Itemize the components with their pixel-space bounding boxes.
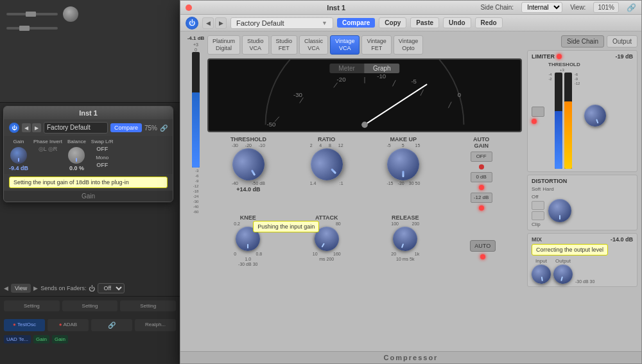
auto-gain-label: AUTOGAIN [473,136,489,149]
redo-button[interactable]: Redo [475,17,503,28]
meter-tab-meter[interactable]: Meter [329,64,364,73]
gain-knob-mini[interactable] [10,147,27,164]
mix-scale: -30 dB 30 [575,279,594,284]
svg-line-12 [448,101,451,108]
plugin-window: Inst 1 Side Chain: Internal View: 101% 🔗… [180,0,642,364]
prev-preset-arrow[interactable]: ◀ [202,17,214,29]
daw-bottom-strip: ◀ View ▶ Sends on Faders: ⏻ Off Setting … [0,281,180,364]
nav-arrows: ◀ ▶ [202,17,227,29]
meter-tab-graph[interactable]: Graph [364,64,400,73]
auto-gain-indicator-3 [479,205,484,211]
plugin-uad[interactable]: UAD Te... [4,335,31,343]
arrow-left-icon[interactable]: ◀ [4,285,8,291]
mini-link-icon: 🔗 [160,125,168,132]
mode-platinum-digital[interactable]: PlatinumDigital [207,35,240,55]
right-column: Side Chain Output LIMITER -19 dB [522,35,638,347]
arrow-right-icon[interactable]: ▶ [33,285,38,291]
channel-name-row: ● TestOsc ● ADAB 🔗 Realph... [0,315,180,335]
setting-2[interactable]: Setting [62,300,118,311]
compare-button[interactable]: Compare [337,18,375,28]
sidechain-output-btns: Side Chain Output [527,35,638,48]
undo-button[interactable]: Undo [443,17,471,28]
distortion-knob[interactable] [548,199,571,222]
dist-off-btn[interactable] [532,201,544,210]
mode-studio-fet[interactable]: StudioFET [271,35,298,55]
left-vu-fill [192,92,200,168]
auto-gain-0db-btn[interactable]: 0 dB [471,172,492,182]
balance-knob-mini[interactable] [68,147,85,164]
mini-zoom-level: 75% [144,125,157,132]
knee-knob[interactable] [236,227,260,251]
attack-knob[interactable] [310,222,343,256]
limiter-threshold-knob[interactable] [581,101,609,130]
threshold-knob[interactable] [227,142,270,186]
svg-line-6 [275,116,279,121]
plugin-gain-1[interactable]: Gain [33,335,49,343]
link-icon[interactable]: 🔗 [627,3,636,12]
svg-text:-5: -5 [411,77,417,84]
ratio-knob[interactable] [304,141,349,187]
next-preset-arrow[interactable]: ▶ [215,17,227,29]
fader-track-2[interactable] [6,27,58,30]
knee-knob-group: KNEE 0.20.6 00.8 1.0 -30 dB 30 Pushing t… [234,214,262,266]
limiter-threshold-group: THRESHOLD +3 -4 -2 [548,62,580,169]
fader-track-1[interactable] [6,13,58,15]
mix-label: MIX [532,236,542,243]
plugin-titlebar: Inst 1 Side Chain: Internal View: 101% 🔗 [180,1,641,15]
plugin-gain-2[interactable]: Gain [52,335,68,343]
plugin-body: -4.1 dB +3 0 -3 -6 -9 -12 -18 -24 -30 -4… [180,31,641,351]
svg-text:-50: -50 [266,121,275,128]
limiter-section: LIMITER -19 dB THRESHOLD + [527,50,638,172]
param-swap: Swap L/R OFF Mono OFF [91,139,114,171]
auto-gain-column: AUTOGAIN OFF 0 dB -12 dB [464,136,499,211]
mix-controls: Input Output -30 dB 30 [532,258,633,284]
mini-power-button[interactable]: ⏻ [9,123,19,133]
setting-1[interactable]: Setting [4,300,60,311]
knee-label: KNEE [240,214,256,221]
fader-knob-1[interactable] [63,6,78,22]
mini-tooltip: Setting the input gain of 18dB into the … [9,177,168,188]
mode-vintage-opto[interactable]: VintageOpto [394,35,423,55]
mode-classic-vca[interactable]: ClassicVCA [299,35,328,55]
auto-release-btn[interactable]: AUTO [470,240,496,252]
threshold-bottom-val: +14.0 dB [236,186,260,193]
makeup-knob[interactable] [387,148,419,180]
view-button[interactable]: View [11,284,31,293]
mini-params-row: Gain -9.4 dB Phase Invert ◎L ◎R Balance … [4,136,173,174]
auto-gain-off-btn[interactable]: OFF [471,152,492,162]
sends-power-icon[interactable]: ⏻ [89,285,95,292]
right-meter-right [564,73,572,169]
sidechain-button[interactable]: Side Chain [561,35,604,48]
copy-button[interactable]: Copy [379,17,406,28]
zoom-level[interactable]: 101% [593,2,619,13]
release-knob[interactable] [390,223,421,254]
channel-real[interactable]: Realph... [135,319,176,331]
limiter-toggle-1[interactable] [532,107,544,117]
mode-vintage-vca[interactable]: VintageVCA [330,35,360,55]
mode-selector-row: PlatinumDigital StudioVCA StudioFET Clas… [207,35,522,55]
preset-selector[interactable]: Factory Default ▼ [230,17,333,29]
right-meter-left [555,73,562,169]
dropdown-chevron-icon: ▼ [322,20,327,26]
output-knob[interactable] [551,263,575,286]
mode-vintage-fet[interactable]: VintageFET [361,35,391,55]
sidechain-dropdown[interactable]: Internal [521,2,562,13]
dist-clip-btn[interactable] [532,211,544,220]
power-button[interactable]: ⏻ [186,17,198,30]
output-button[interactable]: Output [607,35,638,48]
setting-3[interactable]: Setting [120,300,176,311]
mini-prev-arrow[interactable]: ◀ [22,123,31,132]
mini-preset-name[interactable]: Factory Default [44,122,108,134]
sends-dropdown[interactable]: Off [98,283,125,293]
mini-compare-button[interactable]: Compare [110,123,142,132]
mode-studio-vca[interactable]: StudioVCA [242,35,269,55]
input-knob[interactable] [530,263,553,286]
channel-adab[interactable]: ● ADAB [48,319,89,331]
mini-next-arrow[interactable]: ▶ [32,123,41,132]
channel-testosc[interactable]: ● TestOsc [4,319,45,331]
svg-line-8 [334,82,338,87]
paste-button[interactable]: Paste [410,17,439,28]
threshold-scale-bottom: -40-50 dB [232,181,265,186]
close-button[interactable] [186,4,192,11]
auto-gain-neg12-btn[interactable]: -12 dB [471,193,492,203]
